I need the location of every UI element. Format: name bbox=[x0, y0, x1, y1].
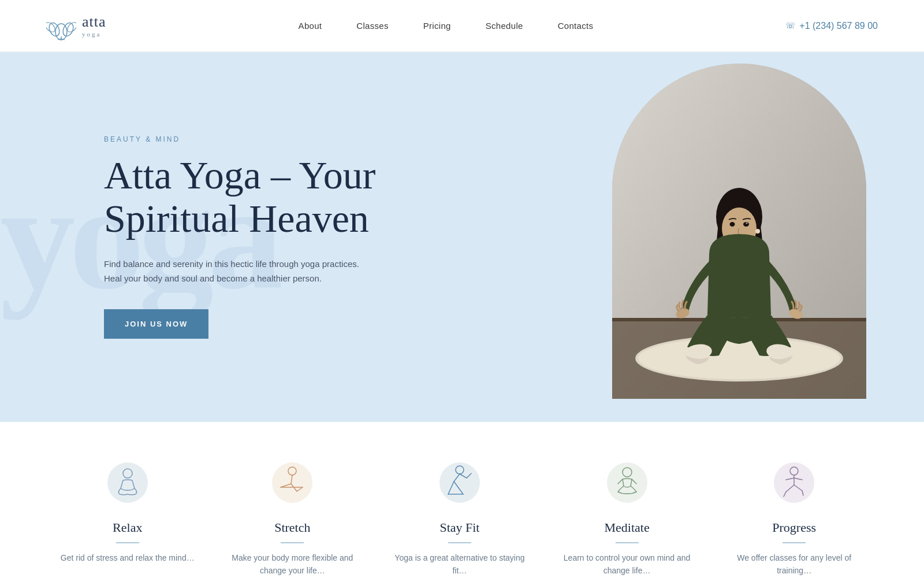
svg-point-28 bbox=[623, 468, 632, 477]
stretch-icon-wrap bbox=[266, 457, 318, 509]
meditate-title: Meditate bbox=[604, 520, 649, 535]
svg-point-29 bbox=[790, 467, 798, 475]
logo-name: atta bbox=[82, 14, 106, 31]
relax-icon bbox=[110, 465, 145, 500]
features-section: Relax Get rid of stress and relax the mi… bbox=[0, 422, 924, 578]
nav-classes[interactable]: Classes bbox=[356, 21, 388, 31]
svg-point-27 bbox=[456, 466, 464, 474]
meditate-icon-wrap bbox=[601, 457, 653, 509]
feature-stretch: Stretch Make your body more flexible and… bbox=[223, 457, 362, 577]
feature-progress: Progress We offer classes for any level … bbox=[725, 457, 863, 577]
yoga-person bbox=[612, 64, 866, 399]
stretch-desc: Make your body more flexible and change … bbox=[223, 551, 362, 577]
progress-icon bbox=[777, 465, 811, 500]
progress-icon-wrap bbox=[768, 457, 820, 509]
phone-icon: ☏ bbox=[785, 21, 796, 31]
progress-divider bbox=[783, 542, 806, 543]
join-now-button[interactable]: JOIN US NOW bbox=[104, 309, 208, 339]
nav-pricing[interactable]: Pricing bbox=[423, 21, 451, 31]
phone-area: ☏ +1 (234) 567 89 00 bbox=[785, 21, 878, 31]
svg-point-18 bbox=[746, 223, 748, 224]
stayfit-divider bbox=[448, 542, 471, 543]
progress-desc: We offer classes for any level of traini… bbox=[725, 551, 863, 577]
main-nav: About Classes Pricing Schedule Contacts bbox=[299, 21, 594, 31]
svg-point-25 bbox=[123, 469, 132, 478]
feature-meditate: Meditate Learn to control your own mind … bbox=[558, 457, 696, 577]
stayfit-icon bbox=[442, 465, 477, 500]
header: atta yoga About Classes Pricing Schedule… bbox=[0, 0, 924, 52]
hero-section: yoga BEAUTY & MIND Atta Yoga – Your Spir… bbox=[0, 52, 924, 422]
stayfit-title: Stay Fit bbox=[439, 520, 479, 535]
stayfit-icon-wrap bbox=[434, 457, 486, 509]
svg-point-19 bbox=[730, 222, 735, 227]
feature-relax: Relax Get rid of stress and relax the mi… bbox=[61, 457, 195, 564]
hero-content: BEAUTY & MIND Atta Yoga – Your Spiritual… bbox=[0, 135, 375, 339]
lotus-icon bbox=[46, 11, 76, 41]
meditate-icon bbox=[610, 465, 644, 500]
relax-divider bbox=[116, 542, 139, 543]
hero-description: Find balance and serenity in this hectic… bbox=[104, 257, 370, 286]
stayfit-desc: Yoga is a great alternative to staying f… bbox=[390, 551, 529, 577]
svg-point-20 bbox=[755, 229, 760, 234]
meditate-divider bbox=[616, 542, 639, 543]
hero-image-area bbox=[612, 64, 866, 410]
meditate-desc: Learn to control your own mind and chang… bbox=[558, 551, 696, 577]
svg-point-26 bbox=[288, 467, 296, 475]
hero-title: Atta Yoga – Your Spiritual Heaven bbox=[104, 154, 375, 240]
stretch-icon bbox=[275, 465, 310, 500]
relax-desc: Get rid of stress and relax the mind… bbox=[61, 551, 195, 564]
logo[interactable]: atta yoga bbox=[46, 11, 106, 41]
stretch-divider bbox=[281, 542, 304, 543]
arch-frame bbox=[612, 64, 866, 399]
hero-tag: BEAUTY & MIND bbox=[104, 135, 375, 143]
nav-schedule[interactable]: Schedule bbox=[486, 21, 523, 31]
logo-text: atta yoga bbox=[82, 14, 106, 38]
logo-sub: yoga bbox=[82, 31, 106, 38]
relax-icon-wrap bbox=[102, 457, 154, 509]
progress-title: Progress bbox=[772, 520, 816, 535]
feature-stay-fit: Stay Fit Yoga is a great alternative to … bbox=[390, 457, 529, 577]
nav-about[interactable]: About bbox=[299, 21, 322, 31]
nav-contacts[interactable]: Contacts bbox=[558, 21, 594, 31]
relax-title: Relax bbox=[113, 520, 142, 535]
phone-link[interactable]: +1 (234) 567 89 00 bbox=[799, 21, 878, 31]
stretch-title: Stretch bbox=[274, 520, 310, 535]
